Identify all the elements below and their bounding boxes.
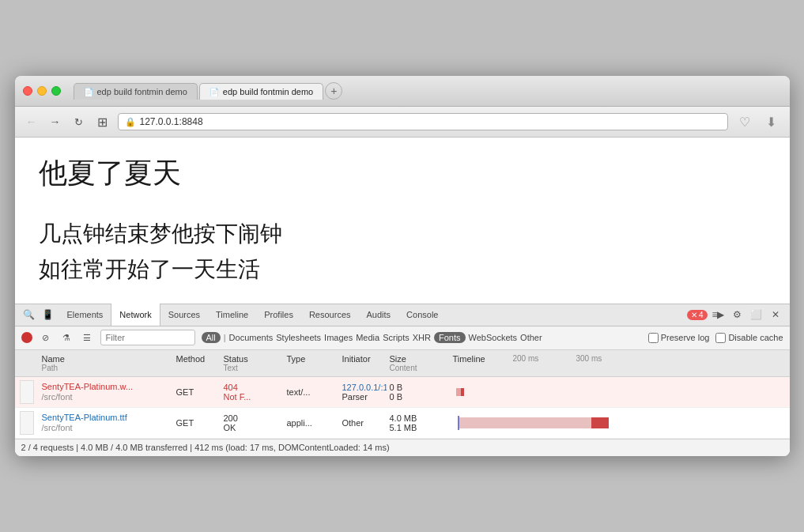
devtools-device-button[interactable]: 📱: [40, 307, 56, 323]
tab-sources[interactable]: Sources: [160, 304, 208, 326]
row2-name: SentyTEA-Platinum.ttf: [42, 413, 127, 422]
list-view-button[interactable]: ☰: [80, 330, 94, 345]
col-initiator[interactable]: Initiator: [339, 353, 387, 374]
filter-other[interactable]: Other: [520, 333, 542, 342]
bookmark-button[interactable]: ♡: [734, 111, 755, 132]
settings-button[interactable]: ⚙: [730, 307, 745, 323]
row1-timeline: [450, 377, 790, 407]
col-size[interactable]: Size Content: [387, 353, 450, 374]
minimize-button[interactable]: [37, 86, 47, 96]
devtools-search-button[interactable]: 🔍: [21, 307, 37, 323]
forward-icon: →: [50, 115, 61, 128]
row1-type: text/...: [284, 377, 339, 407]
expand-icon: ≡▶: [712, 309, 724, 320]
refresh-button[interactable]: ↻: [70, 113, 88, 130]
col-timeline[interactable]: Timeline 200 ms 300 ms: [450, 353, 790, 374]
row2-type: appli...: [284, 408, 339, 438]
refresh-icon: ↻: [74, 116, 83, 128]
col-status[interactable]: Status Text: [221, 353, 284, 374]
traffic-lights: [23, 86, 61, 96]
row2-thumbnail: [20, 411, 34, 435]
error-badge: ✕ 4: [687, 310, 708, 320]
grid-icon: ⊞: [97, 115, 108, 130]
devtools-panel: 🔍 📱 Elements Network Sources Timeline: [15, 304, 790, 456]
col-name[interactable]: Name Path: [39, 353, 173, 374]
table-row[interactable]: SentyTEA-Platinum.ttf /src/font GET 200 …: [15, 408, 790, 439]
row1-size-val: 0 B: [390, 383, 403, 392]
col-status-code-label: Status: [224, 354, 281, 364]
row1-status-code: 404: [224, 383, 238, 392]
back-button[interactable]: ←: [23, 113, 40, 130]
disable-cache-text: Disable cache: [728, 333, 783, 342]
network-table-header: Name Path Method Status Text Type Initia…: [15, 350, 790, 377]
row1-thumbnail: [20, 380, 34, 404]
col-status-text-label: Text: [224, 364, 281, 372]
filter-stylesheets[interactable]: Stylesheets: [276, 333, 321, 342]
close-button[interactable]: [23, 86, 32, 96]
preserve-log-checkbox[interactable]: [648, 333, 659, 343]
browser-window: 📄 edp build fontmin demo 📄 edp build fon…: [15, 76, 790, 456]
forward-button[interactable]: →: [47, 113, 64, 130]
tab-timeline[interactable]: Timeline: [208, 304, 256, 326]
tab-network[interactable]: Network: [111, 304, 160, 326]
add-tab-button[interactable]: +: [325, 82, 342, 100]
grid-button[interactable]: ⊞: [94, 113, 111, 130]
tab-profiles-label: Profiles: [264, 310, 293, 319]
clear-button[interactable]: ⊘: [39, 330, 53, 345]
filter-images[interactable]: Images: [324, 333, 353, 342]
dock-button[interactable]: ⬜: [749, 307, 764, 323]
disable-cache-label[interactable]: Disable cache: [715, 333, 783, 343]
error-x-icon: ✕: [691, 311, 697, 319]
tab-profiles[interactable]: Profiles: [256, 304, 301, 326]
row1-status: 404 Not F...: [221, 377, 284, 407]
row1-initiator-link[interactable]: 127.0.0.1/:1: [342, 383, 387, 392]
filter-icon: ⚗: [62, 333, 70, 343]
chinese-line-1: 他夏了夏天: [39, 153, 766, 193]
col-size-label: Size: [390, 354, 447, 364]
filter-media[interactable]: Media: [356, 333, 379, 342]
row1-name-cell: SentyTEA-Platinum.w... /src/font: [39, 377, 173, 407]
maximize-button[interactable]: [51, 86, 61, 96]
disable-cache-checkbox[interactable]: [715, 333, 726, 343]
status-bar-text: 2 / 4 requests | 4.0 MB / 4.0 MB transfe…: [21, 443, 390, 452]
tab-audits[interactable]: Audits: [359, 304, 399, 326]
row1-content-val: 0 B: [390, 392, 403, 402]
tab-2[interactable]: 📄 edp build fontmin demo: [199, 83, 323, 100]
filter-input[interactable]: [100, 330, 195, 345]
col-method[interactable]: Method: [173, 353, 221, 374]
row2-status-code: 200: [224, 413, 238, 423]
filter-websockets[interactable]: WebSockets: [469, 333, 518, 342]
expand-button[interactable]: ≡▶: [711, 307, 727, 323]
back-icon: ←: [26, 115, 37, 128]
heart-icon: ♡: [739, 115, 750, 130]
tab-resources-label: Resources: [309, 310, 351, 319]
row2-method: GET: [173, 408, 221, 438]
tab-resources[interactable]: Resources: [301, 304, 359, 326]
close-devtools-button[interactable]: ✕: [768, 307, 783, 323]
tab-console[interactable]: Console: [398, 304, 446, 326]
filter-all[interactable]: All: [202, 332, 221, 343]
tab-elements[interactable]: Elements: [59, 304, 111, 326]
filter-documents[interactable]: Documents: [229, 333, 274, 342]
filter-fonts[interactable]: Fonts: [434, 332, 466, 343]
filter-xhr[interactable]: XHR: [413, 333, 431, 342]
preserve-log-label[interactable]: Preserve log: [648, 333, 710, 343]
error-count: 4: [699, 311, 704, 319]
table-row[interactable]: SentyTEA-Platinum.w... /src/font GET 404…: [15, 377, 790, 408]
filter-toggle-button[interactable]: ⚗: [59, 330, 74, 345]
filter-scripts[interactable]: Scripts: [383, 333, 410, 342]
record-button[interactable]: [21, 332, 32, 343]
row2-status: 200 OK: [221, 408, 284, 438]
clear-icon: ⊘: [42, 333, 49, 343]
tab-audits-label: Audits: [367, 310, 391, 319]
tab-1[interactable]: 📄 edp build fontmin demo: [74, 83, 198, 100]
col-path-label: Path: [42, 364, 170, 372]
download-button[interactable]: ⬇: [761, 111, 782, 132]
chinese-line-3: 如往常开始了一天生活: [39, 252, 766, 288]
row2-path: /src/font: [42, 423, 73, 432]
close-icon: ✕: [772, 309, 779, 320]
col-type[interactable]: Type: [284, 353, 339, 374]
row1-name: SentyTEA-Platinum.w...: [42, 382, 134, 391]
url-bar[interactable]: 🔒 127.0.0.1:8848: [118, 113, 728, 130]
gear-icon: ⚙: [733, 309, 742, 320]
